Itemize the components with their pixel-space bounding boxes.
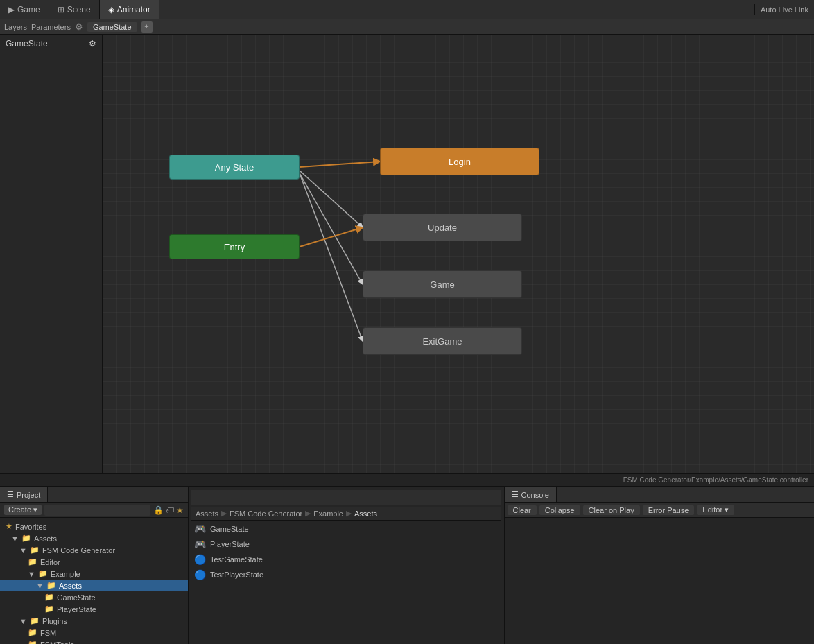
tree-fsm[interactable]: 📁 FSM xyxy=(0,627,188,638)
favorites-star-icon: ★ xyxy=(6,522,12,531)
breadcrumb-fsm[interactable]: FSM Code Generator xyxy=(230,510,302,518)
clear-on-play-button[interactable]: Clear on Play xyxy=(583,505,640,515)
folder-icon: 📁 xyxy=(30,546,40,555)
breadcrumb-assets[interactable]: Assets xyxy=(196,510,218,518)
folder-icon: 📁 xyxy=(30,616,40,625)
auto-live-link-btn[interactable]: Auto Live Link xyxy=(754,4,814,15)
project-toolbar: Create ▾ 🔒 🏷 ★ xyxy=(0,503,188,518)
tag-icon[interactable]: 🏷 xyxy=(166,505,174,515)
tab-project[interactable]: ☰ Project xyxy=(0,487,48,502)
tree-playerstate[interactable]: 📁 PlayerState xyxy=(0,603,188,615)
create-button[interactable]: Create ▾ xyxy=(4,505,42,515)
gamestate-tab[interactable]: GameState xyxy=(87,22,137,32)
tree-expand-icon: ▼ xyxy=(19,617,27,625)
main-layout: GameState ⚙ xyxy=(0,35,814,473)
breadcrumb-assets2[interactable]: Assets xyxy=(354,510,377,518)
tree-editor[interactable]: 📁 Editor xyxy=(0,556,188,568)
breadcrumb-example[interactable]: Example xyxy=(313,510,343,518)
console-panel: ☰ Console Clear Collapse Clear on Play E… xyxy=(505,487,815,644)
svg-line-1 xyxy=(300,171,363,227)
controller-icon: 🎮 xyxy=(194,523,206,534)
tree-gamestate[interactable]: 📁 GameState xyxy=(0,591,188,603)
collapse-button[interactable]: Collapse xyxy=(539,505,580,515)
tab-animator[interactable]: ◈ Animator xyxy=(100,0,159,19)
script-icon: 🔵 xyxy=(194,569,206,580)
folder-icon: 📁 xyxy=(28,557,37,566)
breadcrumb: Assets ▶ FSM Code Generator ▶ Example ▶ … xyxy=(191,507,501,521)
parameters-label[interactable]: Parameters xyxy=(31,23,71,31)
game-icon: ▶ xyxy=(8,5,15,15)
tree-assets-root[interactable]: ▼ 📁 Assets xyxy=(0,532,188,544)
animator-icon: ◈ xyxy=(108,5,114,15)
animator-sidebar: GameState ⚙ xyxy=(0,35,103,473)
animator-canvas[interactable]: Any State Entry Login Update Game ExitGa… xyxy=(103,35,814,473)
tree-expand-icon: ▼ xyxy=(11,534,19,543)
error-pause-button[interactable]: Error Pause xyxy=(643,505,695,515)
tree-plugins[interactable]: ▼ 📁 Plugins xyxy=(0,615,188,627)
top-tab-bar: ▶ Game ⊞ Scene ◈ Animator Auto Live Link xyxy=(0,0,814,19)
tree-favorites[interactable]: ★ Favorites xyxy=(0,521,188,532)
sidebar-title: GameState xyxy=(6,39,48,49)
tree-expand-icon: ▼ xyxy=(36,582,44,590)
tab-scene[interactable]: ⊞ Scene xyxy=(49,0,100,19)
console-tab-bar: ☰ Console xyxy=(505,487,815,503)
settings-icon[interactable]: ⚙ xyxy=(75,21,83,32)
controller-icon: 🎮 xyxy=(194,539,206,550)
tree-fsmtools[interactable]: 📁 FSMTools xyxy=(0,638,188,644)
console-area xyxy=(505,518,815,644)
assets-file-list: Assets ▶ FSM Code Generator ▶ Example ▶ … xyxy=(189,487,505,644)
project-icon: ☰ xyxy=(7,490,14,499)
assets-breadcrumb-bar xyxy=(191,490,501,505)
layers-label[interactable]: Layers xyxy=(4,23,27,31)
svg-line-2 xyxy=(300,173,363,284)
project-panel: ☰ Project Create ▾ 🔒 🏷 ★ ★ Favorites ▼ 📁 xyxy=(0,487,189,644)
asset-testplayerstate[interactable]: 🔵 TestPlayerState xyxy=(191,568,501,582)
tree-assets-selected[interactable]: ▼ 📁 Assets xyxy=(0,580,188,591)
tab-game[interactable]: ▶ Game xyxy=(0,0,49,19)
tab-console[interactable]: ☰ Console xyxy=(505,487,557,502)
bottom-tab-bar: ☰ Project xyxy=(0,487,188,503)
animator-toolbar: Layers Parameters ⚙ GameState + xyxy=(0,19,814,35)
scene-icon: ⊞ xyxy=(58,5,64,15)
asset-playerstate[interactable]: 🎮 PlayerState xyxy=(191,537,501,551)
script-icon: 🔵 xyxy=(194,554,206,565)
file-tree: ★ Favorites ▼ 📁 Assets ▼ 📁 FSM Code Gene… xyxy=(0,518,188,644)
node-login[interactable]: Login xyxy=(380,148,539,175)
tree-expand-icon: ▼ xyxy=(28,570,35,578)
console-icon: ☰ xyxy=(512,490,519,499)
folder-icon: 📁 xyxy=(21,534,31,543)
lock-icon[interactable]: 🔒 xyxy=(153,505,164,515)
sidebar-header: GameState ⚙ xyxy=(0,35,102,53)
clear-button[interactable]: Clear xyxy=(508,505,537,515)
toolbar-icons: 🔒 🏷 ★ xyxy=(153,505,184,515)
folder-icon: 📁 xyxy=(44,593,54,602)
tree-fsm-code-generator[interactable]: ▼ 📁 FSM Code Generator xyxy=(0,544,188,556)
folder-icon: 📁 xyxy=(28,640,37,644)
svg-line-3 xyxy=(300,173,363,341)
folder-icon: 📁 xyxy=(38,569,48,578)
tree-expand-icon: ▼ xyxy=(19,546,27,555)
folder-icon: 📁 xyxy=(44,604,54,613)
folder-icon: 📁 xyxy=(46,581,56,590)
node-update[interactable]: Update xyxy=(363,214,522,241)
svg-line-4 xyxy=(300,227,363,247)
search-input[interactable] xyxy=(44,505,150,516)
asset-testgamestate[interactable]: 🔵 TestGameState xyxy=(191,552,501,566)
star-icon[interactable]: ★ xyxy=(176,505,184,515)
console-toolbar: Clear Collapse Clear on Play Error Pause… xyxy=(505,503,815,518)
node-exitgame[interactable]: ExitGame xyxy=(363,327,522,355)
bottom-panel: ☰ Project Create ▾ 🔒 🏷 ★ ★ Favorites ▼ 📁 xyxy=(0,486,814,644)
sidebar-gear-icon[interactable]: ⚙ xyxy=(89,39,96,49)
editor-dropdown-button[interactable]: Editor ▾ xyxy=(697,505,734,515)
node-game[interactable]: Game xyxy=(363,270,522,298)
node-entry[interactable]: Entry xyxy=(169,234,300,259)
asset-gamestate[interactable]: 🎮 GameState xyxy=(191,522,501,536)
add-tab-button[interactable]: + xyxy=(141,21,153,33)
folder-icon: 📁 xyxy=(28,628,37,637)
svg-line-0 xyxy=(300,162,380,167)
node-any-state[interactable]: Any State xyxy=(169,155,300,180)
footer-path: FSM Code Generator/Example/Assets/GameSt… xyxy=(0,473,814,486)
tree-example[interactable]: ▼ 📁 Example xyxy=(0,568,188,580)
